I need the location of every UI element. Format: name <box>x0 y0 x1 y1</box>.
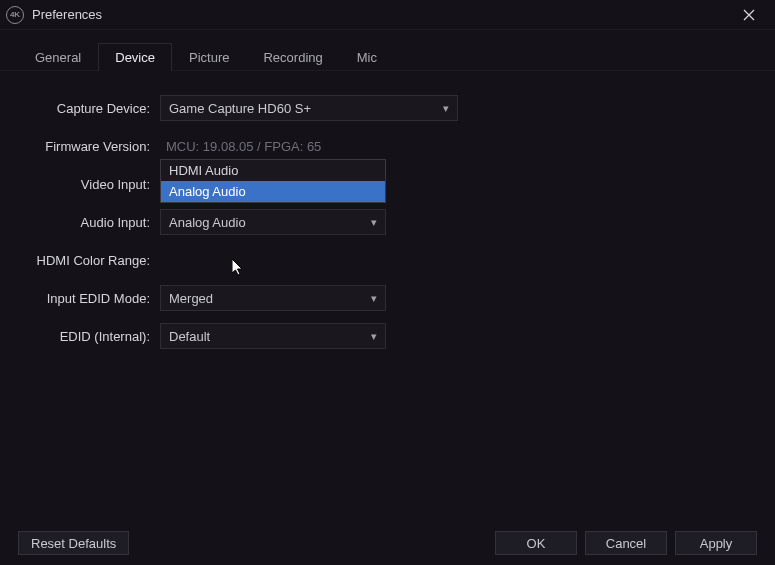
tab-bar: General Device Picture Recording Mic <box>0 30 775 71</box>
label-edid-internal: EDID (Internal): <box>30 329 160 344</box>
audio-input-option-hdmi[interactable]: HDMI Audio <box>161 160 385 181</box>
chevron-down-icon: ▾ <box>443 102 449 115</box>
audio-input-value: Analog Audio <box>169 215 246 230</box>
label-hdmi-color-range: HDMI Color Range: <box>30 253 160 268</box>
capture-device-value: Game Capture HD60 S+ <box>169 101 311 116</box>
reset-defaults-button[interactable]: Reset Defaults <box>18 531 129 555</box>
tab-general[interactable]: General <box>18 43 98 71</box>
tab-picture[interactable]: Picture <box>172 43 246 71</box>
chevron-down-icon: ▾ <box>371 216 377 229</box>
audio-input-dropdown[interactable]: HDMI Audio Analog Audio <box>160 159 386 203</box>
titlebar: 4K Preferences <box>0 0 775 30</box>
tab-device[interactable]: Device <box>98 43 172 71</box>
chevron-down-icon: ▾ <box>371 292 377 305</box>
row-audio-input: Audio Input: Analog Audio ▾ <box>30 209 745 235</box>
app-icon: 4K <box>6 6 24 24</box>
input-edid-mode-select[interactable]: Merged ▾ <box>160 285 386 311</box>
label-input-edid-mode: Input EDID Mode: <box>30 291 160 306</box>
footer: Reset Defaults OK Cancel Apply <box>18 531 757 555</box>
ok-button[interactable]: OK <box>495 531 577 555</box>
apply-button[interactable]: Apply <box>675 531 757 555</box>
close-button[interactable] <box>731 1 767 29</box>
input-edid-mode-value: Merged <box>169 291 213 306</box>
row-edid-internal: EDID (Internal): Default ▾ <box>30 323 745 349</box>
label-firmware-version: Firmware Version: <box>30 139 160 154</box>
audio-input-option-analog[interactable]: Analog Audio <box>161 181 385 202</box>
tab-recording[interactable]: Recording <box>246 43 339 71</box>
row-video-input: Video Input: No Signal <box>30 171 745 197</box>
cancel-button[interactable]: Cancel <box>585 531 667 555</box>
row-hdmi-color-range: HDMI Color Range: <box>30 247 745 273</box>
edid-internal-select[interactable]: Default ▾ <box>160 323 386 349</box>
edid-internal-value: Default <box>169 329 210 344</box>
label-audio-input: Audio Input: <box>30 215 160 230</box>
window-title: Preferences <box>32 7 102 22</box>
content-panel: Capture Device: Game Capture HD60 S+ ▾ F… <box>0 71 775 385</box>
close-icon <box>743 9 755 21</box>
audio-input-select[interactable]: Analog Audio ▾ <box>160 209 386 235</box>
row-firmware-version: Firmware Version: MCU: 19.08.05 / FPGA: … <box>30 133 745 159</box>
tab-mic[interactable]: Mic <box>340 43 394 71</box>
capture-device-select[interactable]: Game Capture HD60 S+ ▾ <box>160 95 458 121</box>
label-video-input: Video Input: <box>30 177 160 192</box>
chevron-down-icon: ▾ <box>371 330 377 343</box>
row-input-edid-mode: Input EDID Mode: Merged ▾ <box>30 285 745 311</box>
firmware-version-value: MCU: 19.08.05 / FPGA: 65 <box>160 139 321 154</box>
row-capture-device: Capture Device: Game Capture HD60 S+ ▾ <box>30 95 745 121</box>
label-capture-device: Capture Device: <box>30 101 160 116</box>
